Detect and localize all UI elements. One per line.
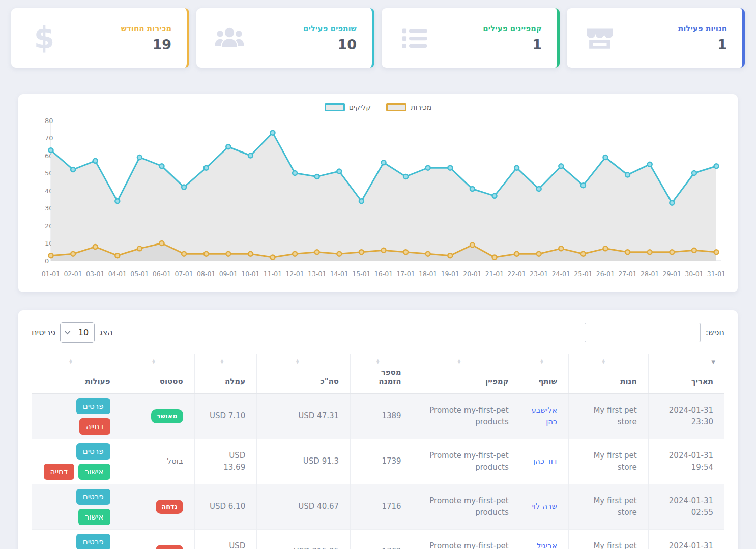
cell-campaign: Promote my-first-pet products [413,394,520,439]
data-point[interactable] [248,252,253,256]
data-point[interactable] [226,144,230,149]
column-label: קמפיין [424,377,509,386]
data-point[interactable] [337,169,341,174]
data-point[interactable] [470,242,475,247]
data-point[interactable] [714,164,719,168]
data-point[interactable] [137,246,142,251]
data-point[interactable] [49,253,53,258]
details-button[interactable]: פרטים [76,534,110,549]
data-point[interactable] [49,148,53,152]
data-point[interactable] [359,199,364,203]
data-point[interactable] [315,250,319,254]
data-point[interactable] [581,183,586,188]
data-point[interactable] [271,255,275,260]
data-point[interactable] [71,167,75,172]
data-point[interactable] [93,159,98,163]
reject-button[interactable]: דחייה [44,464,75,480]
approve-button[interactable]: אישור [78,464,110,480]
partner-link[interactable]: אלישבע כהן [531,406,557,426]
approve-button[interactable]: אישור [78,509,110,525]
data-point[interactable] [160,164,164,168]
data-point[interactable] [226,252,230,256]
cell-commission: USD 6.10 [194,484,257,530]
details-button[interactable]: פרטים [76,489,110,505]
data-point[interactable] [426,166,430,170]
data-point[interactable] [514,166,519,170]
column-header-store[interactable]: ▲▼חנות [569,354,649,394]
data-point[interactable] [71,252,75,256]
data-point[interactable] [514,252,519,256]
legend-swatch [325,103,345,111]
data-point[interactable] [204,252,209,256]
partner-link[interactable]: דוד כהן [533,456,557,466]
data-point[interactable] [492,255,497,260]
orders-table: ▼תאריך▲▼חנות▲▼שותף▲▼קמפיין▲▼מספר הזמנה▲▼… [32,354,724,549]
data-point[interactable] [581,252,586,256]
data-point[interactable] [670,250,674,254]
data-point[interactable] [359,250,364,254]
details-button[interactable]: פרטים [76,398,110,414]
reject-button[interactable]: דחייה [79,418,110,435]
x-axis-tick: 17-01 [396,270,415,278]
data-point[interactable] [559,164,563,168]
page-size-select[interactable]: 10 [60,322,95,343]
data-point[interactable] [625,250,630,254]
data-point[interactable] [271,131,275,135]
partner-link[interactable]: שרה לוי [532,502,557,511]
data-point[interactable] [426,252,430,256]
data-point[interactable] [337,252,341,256]
data-point[interactable] [182,252,186,256]
data-point[interactable] [115,253,120,258]
data-point[interactable] [315,174,319,179]
data-point[interactable] [603,246,608,251]
data-point[interactable] [293,171,297,175]
column-header-status[interactable]: ▲▼סטטוס [122,354,194,394]
data-point[interactable] [160,241,164,246]
data-point[interactable] [625,172,630,177]
data-point[interactable] [204,166,209,170]
x-axis-tick: 27-01 [618,270,636,278]
search-input[interactable] [585,323,701,342]
column-header-partner[interactable]: ▲▼שותף [520,354,568,394]
data-point[interactable] [492,194,497,198]
column-header-total[interactable]: ▲▼סה"כ [257,354,351,394]
data-point[interactable] [670,201,674,205]
legend-item[interactable]: מכירות [386,103,431,111]
column-header-order-number[interactable]: ▲▼מספר הזמנה [351,354,413,394]
legend-item[interactable]: קליקים [325,103,371,111]
data-point[interactable] [403,174,408,179]
data-point[interactable] [648,250,652,254]
cell-actions: פרטיםאישור [32,530,122,549]
data-point[interactable] [603,155,608,160]
details-button[interactable]: פרטים [76,443,110,460]
data-point[interactable] [714,250,719,254]
data-point[interactable] [115,199,120,203]
data-point[interactable] [537,187,541,191]
stat-value: 19 [121,37,171,52]
cell-total: USD 40.67 [257,484,351,530]
data-point[interactable] [137,155,142,160]
column-header-commission[interactable]: ▲▼עמלה [194,354,257,394]
data-point[interactable] [448,253,452,258]
data-point[interactable] [382,160,386,165]
column-header-campaign[interactable]: ▲▼קמפיין [413,354,520,394]
column-header-date[interactable]: ▼תאריך [648,354,724,394]
data-point[interactable] [182,185,186,190]
x-axis-tick: 11-01 [264,270,282,278]
data-point[interactable] [293,252,297,256]
column-header-actions[interactable]: ▲▼פעולות [32,354,122,394]
stat-value: 1 [678,37,727,52]
data-point[interactable] [648,162,652,167]
data-point[interactable] [559,246,563,251]
partner-link[interactable]: אביגיל שטיין [537,541,557,549]
data-point[interactable] [537,252,541,256]
data-point[interactable] [470,187,475,191]
data-point[interactable] [448,166,452,170]
data-point[interactable] [692,171,696,175]
data-point[interactable] [248,154,253,158]
items-label: פריטים [32,328,55,338]
data-point[interactable] [93,245,98,249]
data-point[interactable] [382,248,386,253]
data-point[interactable] [692,248,696,253]
data-point[interactable] [403,250,408,254]
